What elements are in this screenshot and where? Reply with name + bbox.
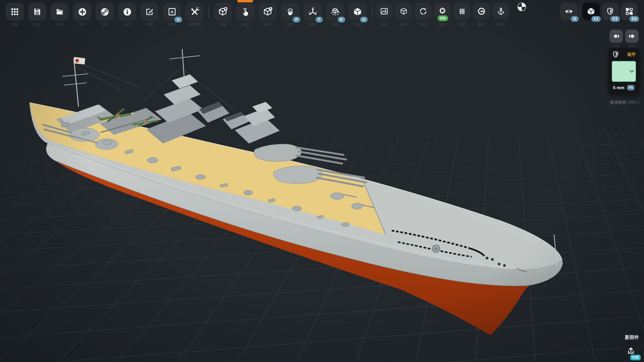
visibility-mode-button[interactable]: O bbox=[560, 3, 578, 20]
grid-lines-icon bbox=[458, 7, 466, 15]
edit-square-icon bbox=[145, 7, 154, 16]
cube-outline-icon bbox=[399, 7, 408, 15]
checker-ball-icon bbox=[517, 2, 526, 11]
armor-color-swatch[interactable] bbox=[612, 61, 636, 82]
ship-model[interactable] bbox=[30, 49, 563, 335]
autosave-value: 1060 s bbox=[627, 100, 639, 105]
modules-icon bbox=[625, 7, 634, 16]
new-part-button[interactable]: TAB bbox=[623, 343, 639, 359]
pivot-indicator bbox=[517, 2, 526, 11]
cube-solid-icon bbox=[586, 7, 596, 16]
save-button[interactable] bbox=[28, 3, 46, 21]
steam-workshop-button[interactable] bbox=[96, 3, 114, 21]
new-part-area: 新部件 TAB bbox=[623, 335, 639, 359]
settings-button[interactable]: ON bbox=[434, 3, 451, 19]
3d-viewport[interactable] bbox=[0, 0, 644, 362]
toggle-on-badge: ON bbox=[438, 15, 448, 21]
svg-text:z: z bbox=[309, 11, 310, 13]
select-tool-button[interactable] bbox=[236, 3, 254, 21]
anchor-icon bbox=[497, 7, 505, 15]
info-circle-icon bbox=[123, 7, 132, 16]
shortcut-badge: T bbox=[316, 17, 323, 22]
cube-rotate-icon bbox=[330, 7, 340, 17]
steam-icon bbox=[100, 7, 109, 16]
toolbar-divider bbox=[372, 5, 372, 18]
shortcut-badge: TAB bbox=[630, 355, 641, 360]
apps-grid-icon bbox=[10, 7, 19, 16]
main-toolbar: A G bbox=[6, 3, 512, 21]
svg-text:x: x bbox=[316, 11, 317, 13]
arrow-left-icon bbox=[612, 32, 620, 40]
new-part-label: 新部件 bbox=[623, 335, 639, 341]
folder-icon bbox=[55, 7, 64, 16]
shortcut-badge: R bbox=[338, 17, 345, 22]
toolbar-divider bbox=[209, 5, 209, 18]
shortcut-badge: U bbox=[360, 17, 368, 22]
open-button[interactable] bbox=[51, 3, 69, 21]
tools-icon bbox=[190, 7, 199, 16]
open-parts-tray-icon bbox=[627, 346, 635, 355]
text-tool-button[interactable]: A G bbox=[163, 3, 181, 21]
apps-menu-button[interactable] bbox=[6, 3, 24, 21]
mode-toolbar: O F1 F2 F3 bbox=[560, 3, 638, 20]
shortcut-badge: G bbox=[174, 17, 182, 22]
armor-panel: 装甲 5 mm F4 bbox=[608, 48, 639, 94]
letter-a-icon: A bbox=[168, 7, 176, 16]
image-icon bbox=[380, 7, 388, 15]
eye-icon bbox=[564, 7, 574, 16]
svg-text:A: A bbox=[171, 10, 174, 14]
remove-block-button[interactable] bbox=[259, 3, 277, 21]
modules-mode-button[interactable]: F3 bbox=[621, 3, 638, 20]
cube-minus-icon bbox=[263, 7, 273, 17]
armor-mode-button[interactable]: F2 bbox=[601, 3, 619, 20]
armor-thickness-value: 5 mm bbox=[613, 85, 625, 90]
edit-button[interactable] bbox=[141, 3, 159, 21]
superstructure bbox=[43, 49, 280, 149]
shortcut-badge: P bbox=[293, 17, 300, 22]
rotate-arrow-icon bbox=[419, 7, 427, 15]
gear-icon bbox=[438, 7, 447, 15]
shortcut-badge: F2 bbox=[610, 16, 620, 22]
shortcut-badge: F1 bbox=[591, 16, 601, 22]
cube-solid-icon bbox=[353, 7, 363, 17]
info-button[interactable] bbox=[118, 3, 136, 21]
undo-button[interactable] bbox=[609, 29, 623, 43]
ship-model-canvas bbox=[0, 0, 644, 362]
floppy-icon bbox=[33, 7, 42, 16]
background-button[interactable] bbox=[376, 3, 392, 19]
autosave-label: 自动保存 bbox=[610, 100, 626, 105]
autosave-status: 自动保存 1060 s bbox=[610, 100, 639, 105]
anchor-mode-button[interactable] bbox=[492, 3, 509, 19]
plus-circle-icon bbox=[78, 7, 87, 16]
arrow-right-icon bbox=[628, 32, 636, 40]
cube-plus-icon bbox=[218, 7, 228, 17]
shortcut-badge: F4 bbox=[627, 85, 635, 90]
record-icon bbox=[477, 7, 486, 15]
shortcut-badge: F3 bbox=[630, 16, 639, 22]
history-controls bbox=[609, 29, 639, 43]
shield-icon bbox=[606, 7, 614, 16]
build-tools-button[interactable] bbox=[185, 3, 204, 21]
shortcut-badge: O bbox=[571, 16, 579, 22]
rotate-tool-button[interactable]: R bbox=[326, 3, 344, 21]
move-axes-icon: y z x bbox=[308, 7, 318, 17]
translate-tool-button[interactable]: y z x T bbox=[304, 3, 322, 21]
shield-icon bbox=[612, 51, 620, 58]
block-preview-button[interactable] bbox=[395, 3, 412, 19]
block-tool-button[interactable]: U bbox=[348, 3, 367, 21]
chevron-down-icon bbox=[630, 70, 634, 73]
paint-bucket-icon bbox=[285, 7, 295, 16]
turn-view-button[interactable] bbox=[415, 3, 431, 19]
capture-button[interactable] bbox=[473, 3, 490, 19]
armor-panel-title: 装甲 bbox=[627, 52, 636, 58]
blocks-mode-button[interactable]: F1 bbox=[582, 3, 600, 20]
paint-tool-button[interactable]: P bbox=[281, 3, 299, 21]
grid-toggle-button[interactable] bbox=[453, 3, 470, 19]
hand-pointer-icon bbox=[240, 7, 250, 16]
active-tool-indicator bbox=[237, 0, 253, 2]
toolbar-divider bbox=[580, 5, 580, 18]
add-block-button[interactable] bbox=[214, 3, 232, 21]
new-button[interactable] bbox=[73, 3, 91, 21]
redo-button[interactable] bbox=[625, 29, 639, 43]
